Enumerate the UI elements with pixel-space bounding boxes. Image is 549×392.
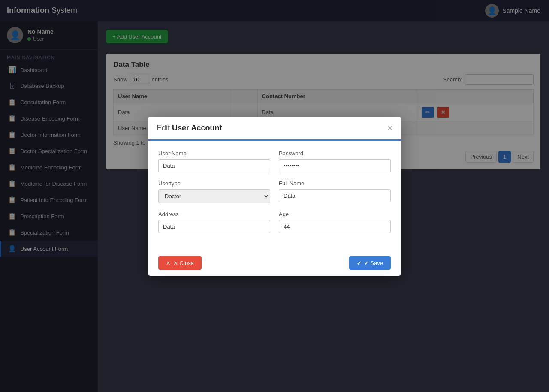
save-modal-button[interactable]: ✔ ✔ Save: [349, 256, 391, 270]
address-label: Address: [158, 211, 270, 217]
modal-title: Edit User Account: [157, 124, 222, 133]
save-modal-label: ✔ Save: [364, 260, 383, 266]
fullname-label: Full Name: [279, 180, 391, 187]
usertype-select[interactable]: Doctor Admin Staff: [158, 189, 270, 203]
username-input[interactable]: [158, 159, 270, 172]
modal-close-x-button[interactable]: ×: [387, 124, 392, 132]
age-input[interactable]: [279, 220, 391, 233]
close-modal-label: ✕ Close: [173, 260, 194, 266]
modal: Edit User Account × User Name Password U…: [148, 117, 401, 276]
address-group: Address: [158, 211, 270, 233]
usertype-label: Usertype: [158, 180, 270, 187]
modal-header: Edit User Account ×: [148, 117, 401, 141]
age-label: Age: [279, 211, 391, 217]
usertype-group: Usertype Doctor Admin Staff: [158, 180, 270, 203]
modal-overlay: Edit User Account × User Name Password U…: [0, 0, 549, 392]
modal-title-part1: Edit: [157, 124, 170, 132]
password-label: Password: [279, 150, 391, 157]
username-group: User Name: [158, 150, 270, 172]
form-row-3: Address Age: [158, 211, 391, 233]
close-modal-button[interactable]: ✕ ✕ Close: [158, 256, 202, 270]
username-label: User Name: [158, 150, 270, 157]
form-row-2: Usertype Doctor Admin Staff Full Name: [158, 180, 391, 203]
close-icon: ✕: [166, 260, 171, 266]
fullname-group: Full Name: [279, 180, 391, 203]
modal-title-part2: User Account: [172, 124, 222, 132]
save-icon: ✔: [357, 260, 362, 266]
modal-body: User Name Password Usertype Doctor Admin…: [148, 141, 401, 250]
password-group: Password: [279, 150, 391, 172]
fullname-input[interactable]: [279, 189, 391, 202]
age-group: Age: [279, 211, 391, 233]
address-input[interactable]: [158, 220, 270, 233]
password-input[interactable]: [279, 159, 391, 172]
modal-footer: ✕ ✕ Close ✔ ✔ Save: [148, 250, 401, 276]
form-row-1: User Name Password: [158, 150, 391, 172]
